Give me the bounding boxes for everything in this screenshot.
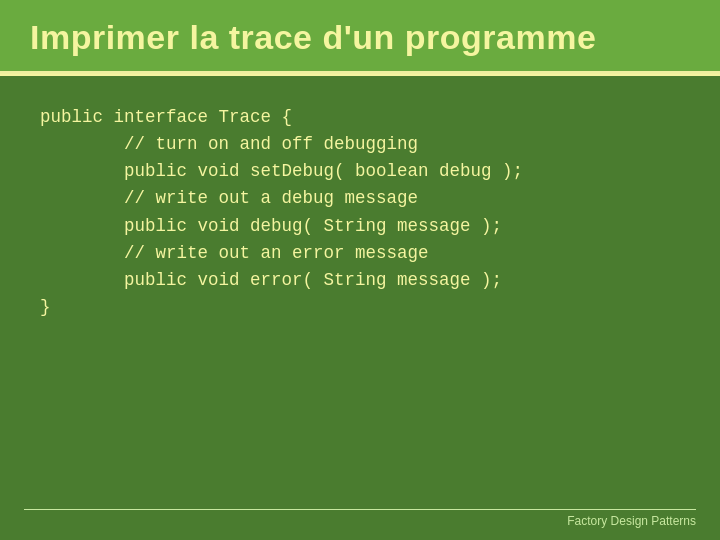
code-line-4: public void error( String message ); [40,267,680,294]
code-close: } [40,294,680,321]
code-line-2: public void setDebug( boolean debug ); [40,158,680,185]
slide-title: Imprimer la trace d'un programme [30,18,596,56]
code-comment-3: // write out an error message [40,240,680,267]
code-line-3: public void debug( String message ); [40,213,680,240]
title-bar: Imprimer la trace d'un programme [0,0,720,74]
footer: Factory Design Patterns [24,509,696,528]
slide: Imprimer la trace d'un programme public … [0,0,720,540]
code-line-1: public interface Trace { [40,104,680,131]
code-comment-1: // turn on and off debugging [40,131,680,158]
content-area: public interface Trace { // turn on and … [0,76,720,341]
code-block: public interface Trace { // turn on and … [40,104,680,321]
footer-text: Factory Design Patterns [567,514,696,528]
code-comment-2: // write out a debug message [40,185,680,212]
